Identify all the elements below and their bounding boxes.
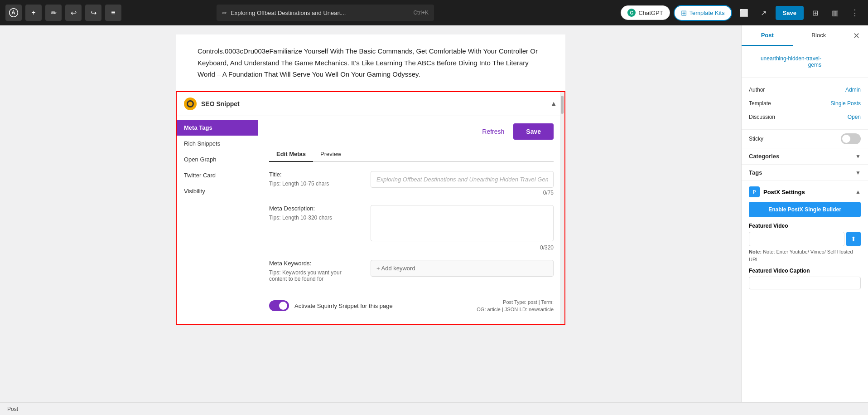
more-options-button[interactable]: ⋮ (847, 6, 863, 20)
editor-text[interactable]: Controls.0003cDru003eFamiliarize Yoursel… (176, 34, 565, 91)
tags-chevron-icon: ▼ (855, 170, 861, 176)
author-value[interactable]: Admin (845, 87, 861, 93)
redo-button[interactable]: ↪ (85, 5, 101, 21)
template-kits-button[interactable]: ⊞ Template Kits (674, 5, 732, 21)
meta-keywords-field-col: + Add keyword (371, 260, 554, 277)
featured-video-label: Featured Video (749, 223, 861, 229)
seo-body: Meta Tags Rich Snippets Open Graph Twitt… (177, 116, 564, 324)
discussion-value[interactable]: Open (848, 114, 861, 120)
discussion-label: Discussion (749, 114, 775, 120)
seo-nav-visibility[interactable]: Visibility (177, 183, 258, 199)
activate-row: Activate Squirrly Snippet for this page … (269, 291, 554, 317)
meta-keywords-tip: Tips: Keywords you want your content to … (269, 269, 360, 282)
title-field-col: 0/75 (371, 171, 554, 196)
meta-desc-tip: Tips: Length 10-320 chars (269, 215, 360, 221)
tab-block[interactable]: Block (793, 25, 845, 46)
save-button[interactable]: Save (776, 6, 804, 20)
post-title-text: Exploring Offbeat Destinations and Unear… (231, 10, 410, 16)
template-kits-label: Template Kits (690, 10, 725, 16)
editor-content: Controls.0003cDru003eFamiliarize Yoursel… (176, 34, 565, 325)
activate-label: Activate Squirrly Snippet for this page (294, 303, 393, 309)
meta-desc-char-count: 0/320 (371, 244, 554, 251)
categories-section[interactable]: Categories ▼ (742, 148, 868, 165)
video-upload-button[interactable]: ⬆ (846, 232, 861, 246)
video-url-input[interactable] (749, 232, 844, 246)
seo-panel: SEO Snippet ▲ Meta Tags Rich Snippets (176, 91, 565, 325)
title-char-count: 0/75 (371, 190, 554, 196)
template-value[interactable]: Single Posts (830, 100, 861, 107)
postx-icon: P (749, 186, 760, 197)
add-keyword-button[interactable]: + Add keyword (371, 260, 553, 276)
wordpress-logo[interactable] (5, 5, 22, 21)
post-type-info: Post Type: post | Term: OG: article | JS… (477, 298, 554, 313)
sidebar-close-button[interactable]: ✕ (848, 28, 864, 44)
seo-nav-twitter-card[interactable]: Twitter Card (177, 167, 258, 183)
url-value[interactable]: unearthing-hidden-travel-gems (749, 55, 821, 68)
enable-postx-button[interactable]: Enable PostX Single Builder (749, 202, 861, 217)
refresh-button[interactable]: Refresh (478, 126, 508, 137)
chatgpt-icon: G (627, 9, 636, 17)
template-row: Template Single Posts (749, 97, 861, 110)
seo-logo-inner (187, 100, 194, 107)
right-sidebar: Post Block ✕ unearthing-hidden-travel-ge… (741, 25, 868, 415)
video-note: Note: Note: Enter Youtube/ Vimeo/ Self H… (749, 248, 861, 263)
title-tip: Tips: Length 10-75 chars (269, 181, 360, 187)
preview-button[interactable]: ↗ (756, 5, 772, 21)
tab-post[interactable]: Post (742, 25, 793, 46)
chatgpt-label: ChatGPT (638, 10, 663, 16)
seo-vscroll[interactable] (560, 92, 564, 324)
undo-button[interactable]: ↩ (65, 5, 82, 21)
chatgpt-button[interactable]: G ChatGPT (621, 5, 670, 20)
postx-section: P PostX Settings ▲ Enable PostX Single B… (742, 181, 868, 295)
settings-button[interactable]: ▥ (827, 5, 844, 21)
author-label: Author (749, 87, 765, 93)
seo-collapse-icon[interactable]: ▲ (550, 100, 557, 108)
tools-button[interactable]: ✏ (45, 5, 62, 21)
status-bar-label: Post (7, 406, 18, 412)
layout-button[interactable]: ⬜ (736, 5, 752, 21)
seo-vscroll-thumb[interactable] (561, 96, 564, 114)
featured-caption-input[interactable] (749, 277, 861, 289)
list-view-button[interactable]: ≡ (105, 5, 121, 21)
title-label-col: Title: Tips: Length 10-75 chars (269, 171, 360, 187)
seo-nav-open-graph[interactable]: Open Graph (177, 151, 258, 167)
add-block-button[interactable]: + (25, 5, 42, 21)
seo-nav-meta-tags[interactable]: Meta Tags (177, 120, 258, 136)
sticky-row: Sticky (742, 130, 868, 148)
url-section: unearthing-hidden-travel-gems (742, 46, 868, 78)
seo-logo (184, 98, 197, 110)
sidebar-tabs: Post Block ✕ (742, 25, 868, 46)
seo-header[interactable]: SEO Snippet ▲ (177, 92, 564, 116)
postx-title-wrap: P PostX Settings (749, 186, 805, 197)
categories-chevron-icon: ▼ (855, 153, 861, 160)
seo-nav-rich-snippets[interactable]: Rich Snippets (177, 136, 258, 151)
sticky-toggle[interactable] (841, 133, 861, 144)
tags-label: Tags (749, 169, 762, 176)
meta-keywords-label: Meta Keywords: (269, 260, 360, 267)
seo-save-button[interactable]: Save (513, 123, 554, 140)
meta-desc-label: Meta Description: (269, 205, 360, 212)
title-input[interactable] (371, 171, 554, 188)
seo-main-content: Refresh Save Edit Metas Preview (258, 116, 564, 324)
template-kits-icon: ⊞ (681, 9, 687, 17)
postx-header[interactable]: P PostX Settings ▲ (749, 186, 861, 197)
activate-toggle[interactable] (269, 300, 289, 311)
tab-edit-metas[interactable]: Edit Metas (269, 147, 313, 162)
meta-desc-form-row: Meta Description: Tips: Length 10-320 ch… (269, 205, 554, 251)
edit-icon: ✏ (222, 10, 227, 16)
author-row: Author Admin (749, 83, 861, 97)
block-editor-button[interactable]: ⊞ (807, 5, 824, 21)
sticky-label: Sticky (749, 136, 763, 142)
tab-preview[interactable]: Preview (313, 147, 348, 162)
post-title-bar[interactable]: ✏ Exploring Offbeat Destinations and Une… (217, 5, 434, 21)
toolbar: + ✏ ↩ ↪ ≡ ✏ Exploring Offbeat Destinatio… (0, 0, 868, 25)
seo-panel-title: SEO Snippet (201, 100, 240, 107)
editor-area[interactable]: Controls.0003cDru003eFamiliarize Yoursel… (0, 25, 741, 415)
toolbar-right-actions: G ChatGPT ⊞ Template Kits ⬜ ↗ Save ⊞ ▥ ⋮ (621, 5, 863, 21)
tags-section[interactable]: Tags ▼ (742, 165, 868, 181)
meta-keywords-label-col: Meta Keywords: Tips: Keywords you want y… (269, 260, 360, 282)
main-layout: Controls.0003cDru003eFamiliarize Yoursel… (0, 0, 868, 415)
postx-collapse-icon: ▲ (855, 189, 861, 195)
featured-caption-label: Featured Video Caption (749, 268, 861, 274)
meta-desc-textarea[interactable] (371, 205, 554, 241)
